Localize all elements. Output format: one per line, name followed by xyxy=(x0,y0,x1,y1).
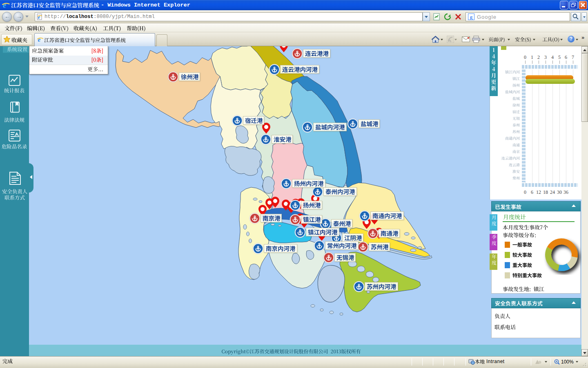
svg-text:e: e xyxy=(38,14,40,20)
svg-text:e: e xyxy=(38,36,40,43)
svg-text:e: e xyxy=(3,1,7,9)
